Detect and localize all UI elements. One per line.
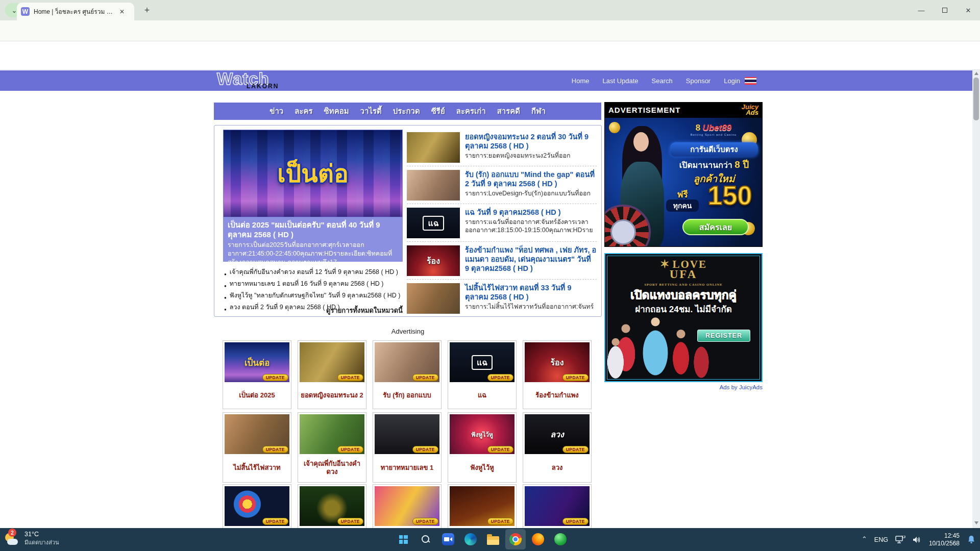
grid-item[interactable]: เป็นต่อUPDATE เป็นต่อ 2025 xyxy=(223,340,291,409)
show-thumbnail[interactable]: UPDATE xyxy=(375,342,439,382)
show-title-link[interactable]: รับ (รัก) ออกแบบ "Mind the gap" ตอนที่ 2… xyxy=(465,170,597,188)
featured-info-block[interactable]: เป็นต่อ 2025 "ผมเป็นต่อครับ" ตอนที่ 40 ว… xyxy=(223,217,403,262)
episode-link[interactable]: ฟังหูไว้หู "ทลายกับดักเศรษฐกิจไทย" วันที… xyxy=(223,291,403,303)
list-item[interactable]: ไม่สิ้นไร้ไฟสวาท ตอนที่ 33 วันที่ 9 ตุลา… xyxy=(407,280,597,317)
show-thumbnail[interactable]: ร้องUPDATE xyxy=(525,342,590,382)
nav-login[interactable]: Login xyxy=(724,77,740,85)
grid-item-title[interactable]: รับ (รัก) ออกแบบ xyxy=(375,382,439,407)
grid-item-title[interactable]: แฉ xyxy=(450,382,514,407)
featured-show-image[interactable]: เป็นต่อ xyxy=(223,130,403,217)
nav-search[interactable]: Search xyxy=(652,77,673,85)
show-title-link[interactable]: ยอดหญิงจอมทระนง 2 ตอนที่ 30 วันที่ 9 ตุล… xyxy=(465,132,597,151)
language-indicator[interactable]: ENG xyxy=(874,536,888,543)
ads-by-juicyads-link[interactable]: Ads by JuicyAds xyxy=(604,384,763,390)
grid-item[interactable]: ร้องUPDATE ร้องข้ามกำแพง xyxy=(523,340,592,409)
grid-item[interactable]: UPDATE ทายาทหมายเลข 1 xyxy=(373,412,442,483)
category-contest[interactable]: ประกวด xyxy=(393,105,420,117)
window-minimize-button[interactable]: — xyxy=(910,0,933,20)
list-item[interactable]: ยอดหญิงจอมทระนง 2 ตอนที่ 30 วันที่ 9 ตุล… xyxy=(407,129,597,166)
chrome-browser-button[interactable] xyxy=(505,529,526,549)
notification-bell-icon[interactable] xyxy=(967,535,976,544)
nav-sponsor[interactable]: Sponsor xyxy=(686,77,710,85)
show-thumbnail[interactable]: UPDATE xyxy=(300,486,364,526)
taskbar-search-button[interactable] xyxy=(415,529,436,549)
signup-button[interactable]: สมัครเลย xyxy=(682,219,749,235)
list-item[interactable]: แฉ แฉ วันที่ 9 ตุลาคม2568 ( HD ) รายการ:… xyxy=(407,204,597,242)
page-scrollbar[interactable] xyxy=(972,70,980,528)
show-thumbnail[interactable] xyxy=(407,170,460,201)
volume-icon[interactable] xyxy=(913,536,922,544)
list-item[interactable]: ร้อง ร้องข้ามกำแพง "ท็อป ทศพล , เฟย ภัทร… xyxy=(407,242,597,280)
register-button[interactable]: REGISTER xyxy=(697,330,750,342)
tab-close-icon[interactable]: ✕ xyxy=(117,7,127,16)
grid-item-title[interactable]: ยอดหญิงจอมทระนง 2 xyxy=(300,382,364,407)
window-maximize-button[interactable] xyxy=(933,0,957,20)
scrollbar-up-arrow[interactable] xyxy=(974,72,978,75)
show-title-link[interactable]: แฉ วันที่ 9 ตุลาคม2568 ( HD ) xyxy=(465,208,597,217)
file-explorer-button[interactable] xyxy=(483,529,503,549)
show-thumbnail[interactable]: ร้อง xyxy=(407,245,460,276)
edge-browser-button[interactable] xyxy=(460,529,481,549)
show-thumbnail[interactable]: เป็นต่อUPDATE xyxy=(225,342,289,382)
show-title-link[interactable]: ร้องข้ามกำแพง "ท็อป ทศพล , เฟย ภัทร, อแม… xyxy=(465,245,597,273)
sportsbook-ad-banner[interactable]: ✶LOVE UFA SPORT BETTING AND CASINO ONLIN… xyxy=(604,253,763,382)
grid-item[interactable]: UPDATE xyxy=(373,484,442,528)
grid-item-title[interactable]: เจ้าคุณพี่กับอีนางคำดวง xyxy=(300,454,364,481)
show-thumbnail[interactable]: UPDATE xyxy=(375,414,439,454)
nav-last-update[interactable]: Last Update xyxy=(602,77,638,85)
category-lakorn[interactable]: ละคร xyxy=(295,105,312,117)
show-thumbnail[interactable]: UPDATE xyxy=(300,414,364,454)
grid-item[interactable]: UPDATE เจ้าคุณพี่กับอีนางคำดวง xyxy=(298,412,366,483)
category-variety[interactable]: วาไรตี้ xyxy=(360,105,382,117)
grid-item[interactable]: แฉUPDATE แฉ xyxy=(448,340,517,409)
grid-item-title[interactable]: ร้องข้ามกำแพง xyxy=(525,382,590,407)
grid-item[interactable]: ฟังหูไว้หูUPDATE ฟังหูไว้หู xyxy=(448,412,517,483)
hidden-icons-chevron[interactable]: ⌃ xyxy=(862,535,867,543)
new-tab-button[interactable]: + xyxy=(141,4,153,16)
category-sport[interactable]: กีฬา xyxy=(531,105,546,117)
nav-home[interactable]: Home xyxy=(572,77,590,85)
browser-tab[interactable]: W Home | ว็อชละคร ศูนย์รวม ละคร ซิท ✕ xyxy=(17,3,134,20)
green-app-button[interactable] xyxy=(550,529,571,549)
grid-item[interactable]: UPDATE ไม่สิ้นไร้ไฟสวาท xyxy=(223,412,291,483)
show-thumbnail[interactable]: UPDATE xyxy=(450,486,514,526)
category-news[interactable]: ข่าว xyxy=(270,105,283,117)
show-thumbnail[interactable]: UPDATE xyxy=(225,486,289,526)
show-thumbnail[interactable] xyxy=(407,283,460,314)
grid-item[interactable]: UPDATE xyxy=(523,484,592,528)
category-documentary[interactable]: สารคดี xyxy=(497,105,520,117)
episode-link[interactable]: เจ้าคุณพี่กับอีนางคำดวง ตอนที่ 12 วันที่… xyxy=(223,267,403,279)
grid-item[interactable]: UPDATE xyxy=(223,484,291,528)
weather-widget[interactable]: 2 31°C มีแดดบางส่วน xyxy=(4,530,59,547)
episode-link[interactable]: ทายาทหมายเลข 1 ตอนที่ 16 วันที่ 9 ตุลาคม… xyxy=(223,279,403,291)
video-app-button[interactable] xyxy=(438,529,458,549)
category-sitcom[interactable]: ซิทคอม xyxy=(324,105,349,117)
casino-ad-banner[interactable]: 8 Ubet89 Betting Sport and Casino การันต… xyxy=(604,117,763,247)
grid-item[interactable]: UPDATE xyxy=(448,484,517,528)
taskbar-clock[interactable]: 12:45 10/10/2568 xyxy=(929,532,960,547)
show-thumbnail[interactable]: UPDATE xyxy=(300,342,364,382)
scrollbar-thumb[interactable] xyxy=(973,78,979,120)
window-close-button[interactable]: ✕ xyxy=(957,0,980,20)
list-item[interactable]: รับ (รัก) ออกแบบ "Mind the gap" ตอนที่ 2… xyxy=(407,166,597,204)
scrollbar-down-arrow[interactable] xyxy=(974,521,978,524)
show-title-link[interactable]: ไม่สิ้นไร้ไฟสวาท ตอนที่ 33 วันที่ 9 ตุลา… xyxy=(465,283,597,302)
grid-item[interactable]: UPDATE ยอดหญิงจอมทระนง 2 xyxy=(298,340,366,409)
start-button[interactable] xyxy=(393,529,413,549)
grid-item[interactable]: UPDATE xyxy=(298,484,366,528)
show-thumbnail[interactable]: ลวงUPDATE xyxy=(525,414,590,454)
show-thumbnail[interactable]: UPDATE xyxy=(375,486,439,526)
show-thumbnail[interactable]: แฉ xyxy=(407,208,460,238)
grid-item-title[interactable]: ทายาทหมายเลข 1 xyxy=(375,454,439,481)
grid-item[interactable]: UPDATE รับ (รัก) ออกแบบ xyxy=(373,340,442,409)
grid-item-title[interactable]: เป็นต่อ 2025 xyxy=(225,382,289,407)
grid-item-title[interactable]: ลวง xyxy=(525,454,590,481)
show-thumbnail[interactable]: UPDATE xyxy=(225,414,289,454)
show-thumbnail[interactable] xyxy=(407,132,460,163)
firefox-browser-button[interactable] xyxy=(528,529,548,549)
view-all-link[interactable]: ดูรายการทั้งหมดในหมวดนี้ xyxy=(223,305,403,316)
show-thumbnail[interactable]: ฟังหูไว้หูUPDATE xyxy=(450,414,514,454)
thai-flag-icon[interactable] xyxy=(745,77,756,85)
grid-item[interactable]: ลวงUPDATE ลวง xyxy=(523,412,592,483)
show-thumbnail[interactable]: UPDATE xyxy=(525,486,590,526)
